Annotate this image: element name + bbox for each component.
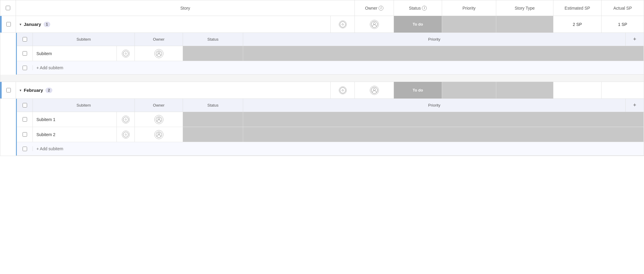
january-estimated-value: 2 SP (573, 22, 582, 27)
february-sub2-priority[interactable] (243, 127, 644, 142)
header-priority-col: Priority (442, 0, 496, 16)
january-owner-avatar[interactable] (370, 20, 379, 29)
february-subitem-header: Subitem Owner Status Priority + (17, 99, 644, 112)
january-subitem-all-checkbox[interactable] (23, 37, 27, 42)
february-priority-col[interactable] (442, 82, 496, 98)
january-badge: 1 (44, 22, 51, 27)
subitem-col-label: Subitem (76, 37, 91, 42)
priority-col-label: Priority (463, 6, 476, 11)
february-story-col: ▾ February 2 (16, 82, 331, 98)
february-sub1-checkbox[interactable] (23, 117, 27, 122)
february-subitem-col-label: Subitem (76, 103, 91, 107)
january-sub1-comment-btn[interactable] (117, 46, 135, 61)
january-status-col[interactable]: To do (394, 16, 442, 33)
group-accent-january (0, 16, 2, 33)
subitem-priority-label: Priority (428, 37, 440, 42)
january-sub1-check (17, 46, 33, 61)
header-story-type-col: Story Type (496, 0, 553, 16)
subitem-owner-label: Owner (153, 37, 164, 42)
january-owner-col (355, 16, 394, 33)
february-sub2-comment-icon[interactable] (122, 131, 130, 139)
january-checkbox[interactable] (6, 22, 11, 26)
january-sub1-avatar[interactable] (154, 49, 163, 58)
january-subitem-add-col-header[interactable]: + (626, 33, 644, 46)
january-subitem-owner-header: Owner (135, 33, 183, 46)
february-sub1-priority[interactable] (243, 112, 644, 127)
january-subitem-status-header: Status (183, 33, 243, 46)
february-checkbox[interactable] (6, 88, 11, 92)
february-subitem-col-header: Subitem (33, 99, 135, 112)
january-group-name: January (24, 22, 41, 27)
january-subitem-priority-header: Priority (243, 33, 626, 46)
svg-point-19 (158, 118, 159, 120)
january-sub1-status[interactable] (183, 46, 243, 61)
february-add-subitem-label[interactable]: + Add subitem (33, 146, 644, 151)
february-subitem-owner-header: Owner (135, 99, 183, 112)
owner-col-label: Owner (365, 6, 377, 11)
february-sub2-name-text: Subitem 2 (36, 132, 55, 137)
january-status-text: To do (413, 22, 423, 26)
february-add-sub-check (17, 142, 33, 155)
february-subitem-row-1: Subitem 1 (17, 112, 644, 127)
february-story-type-col[interactable] (496, 82, 553, 98)
group-january: ▾ January 1 (0, 16, 644, 75)
january-add-sub-checkbox[interactable] (23, 66, 27, 70)
header-checkbox-col (0, 0, 16, 16)
february-group-name: February (24, 88, 43, 93)
february-sub2-avatar[interactable] (154, 130, 163, 139)
february-status-col[interactable]: To do (394, 82, 442, 98)
february-check-col (0, 82, 16, 98)
february-subitem-all-checkbox[interactable] (23, 103, 27, 107)
january-sub1-comment-icon[interactable] (122, 50, 130, 58)
owner-info-icon[interactable]: i (379, 6, 383, 11)
february-subitem-status-label: Status (207, 103, 218, 107)
january-check-col (0, 16, 16, 33)
january-priority-col[interactable] (442, 16, 496, 33)
february-add-comment-icon[interactable] (339, 86, 347, 94)
subitem-status-label: Status (207, 37, 218, 42)
february-status-text: To do (413, 88, 423, 92)
january-sub1-owner (135, 46, 183, 61)
february-sub2-checkbox[interactable] (23, 132, 27, 137)
february-subitem-add-col-header[interactable]: + (626, 99, 644, 112)
february-sub2-comment-btn[interactable] (117, 127, 135, 142)
january-add-subitem-label[interactable]: + Add subitem (33, 65, 644, 70)
select-all-checkbox[interactable] (6, 6, 10, 10)
february-sub1-status[interactable] (183, 112, 243, 127)
february-add-subitem-row: + Add subitem (17, 142, 644, 155)
january-chevron-icon[interactable]: ▾ (20, 22, 21, 26)
svg-point-10 (340, 87, 345, 93)
february-sub2-name: Subitem 2 (33, 127, 117, 142)
svg-point-14 (373, 88, 375, 90)
february-sub1-name: Subitem 1 (33, 112, 117, 127)
february-sub1-avatar[interactable] (154, 115, 163, 124)
january-add-comment-icon[interactable] (339, 20, 347, 28)
february-subitem-check-header (17, 99, 33, 112)
svg-point-0 (340, 21, 345, 27)
february-sub1-comment-btn[interactable] (117, 112, 135, 127)
february-subitem-status-header: Status (183, 99, 243, 112)
february-sub2-check (17, 127, 33, 142)
february-owner-avatar[interactable] (370, 86, 379, 95)
subitem-add-icon: + (633, 36, 636, 42)
february-subitem-priority-label: Priority (428, 103, 440, 107)
january-subitem-header: Subitem Owner Status Priority + (17, 33, 644, 46)
svg-point-20 (123, 132, 128, 137)
february-subitem-owner-label: Owner (153, 103, 164, 107)
february-sub2-status[interactable] (183, 127, 243, 142)
february-chevron-icon[interactable]: ▾ (20, 88, 21, 92)
table-header: Story Owner i Status i Priority Story Ty… (0, 0, 644, 16)
january-story-type-col[interactable] (496, 16, 553, 33)
february-add-sub-checkbox[interactable] (23, 147, 27, 151)
january-add-subitem-row: + Add subitem (17, 61, 644, 74)
story-type-col-label: Story Type (515, 6, 535, 11)
january-sub1-priority[interactable] (243, 46, 644, 61)
february-sub1-comment-icon[interactable] (122, 116, 130, 123)
february-sub1-owner (135, 112, 183, 127)
status-info-icon[interactable]: i (422, 6, 427, 11)
story-col-label: Story (180, 6, 190, 11)
february-subitem-priority-header: Priority (243, 99, 626, 112)
svg-point-5 (123, 51, 128, 56)
january-sub1-name-text: Subitem (36, 51, 52, 56)
january-sub1-checkbox[interactable] (23, 51, 27, 56)
